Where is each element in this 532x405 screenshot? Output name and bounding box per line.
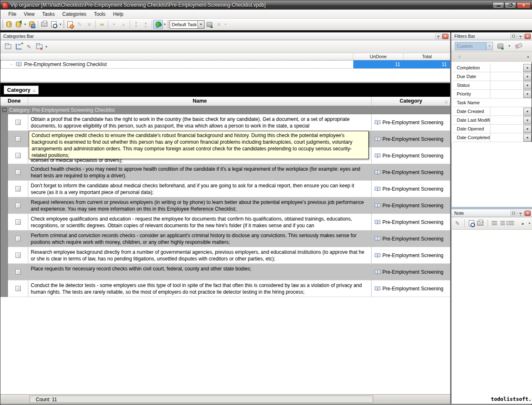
print-button[interactable]: [39, 20, 49, 29]
task-row[interactable]: Don't forget to inform the candidate abo…: [8, 181, 450, 197]
filter-dropdown-button[interactable]: [523, 125, 532, 133]
apply-task-type-button[interactable]: [204, 20, 214, 29]
task-checkbox[interactable]: [15, 169, 21, 175]
close-button[interactable]: x: [517, 2, 531, 8]
task-checkbox[interactable]: [15, 219, 21, 225]
toolbar-overflow-icon[interactable]: [224, 22, 227, 26]
new-task-button[interactable]: [65, 20, 75, 29]
collapse-group-icon[interactable]: [2, 108, 7, 112]
edit-note-button[interactable]: [455, 219, 460, 228]
task-row[interactable]: Place requests for necessary record chec…: [8, 264, 450, 280]
note-print-button[interactable]: [477, 219, 483, 228]
note-restore-button[interactable]: [510, 211, 517, 216]
note-toolbar-dropdown-icon[interactable]: [528, 221, 531, 225]
task-checkbox[interactable]: [15, 186, 21, 191]
clear-filter-button[interactable]: [514, 42, 523, 51]
menu-view[interactable]: View: [20, 10, 38, 18]
categories-toolbar-overflow-icon[interactable]: [44, 45, 48, 49]
filter-value-cell[interactable]: [490, 81, 523, 89]
note-content-area[interactable]: [451, 230, 532, 404]
print-preview-button[interactable]: [49, 20, 59, 29]
categories-name-column-header[interactable]: [0, 53, 353, 60]
task-row[interactable]: Obtain a proof that the candidate has th…: [8, 114, 450, 131]
task-row[interactable]: Check employee qualifications and educat…: [8, 214, 450, 231]
menu-categories[interactable]: Categories: [59, 10, 90, 18]
name-column-header[interactable]: Name: [28, 97, 372, 106]
note-pin-button[interactable]: [517, 211, 524, 216]
view-mode-button[interactable]: [153, 20, 163, 29]
task-checkbox[interactable]: [15, 136, 21, 142]
categories-pin-button[interactable]: [435, 34, 441, 39]
delete-category-button[interactable]: [34, 42, 44, 52]
new-category-button[interactable]: [3, 42, 13, 52]
task-row[interactable]: Conduct health checks - you may need to …: [8, 164, 450, 181]
note-close-button[interactable]: [525, 211, 531, 216]
total-column-header[interactable]: Total: [404, 53, 450, 60]
filter-dropdown-button[interactable]: [523, 90, 532, 98]
category-group-row[interactable]: Category: Pre-Employment Screening Check…: [0, 106, 450, 114]
filter-dropdown-button[interactable]: [523, 116, 532, 124]
filter-value-cell[interactable]: [490, 125, 523, 133]
new-subcategory-button[interactable]: [13, 42, 24, 52]
minimize-button[interactable]: [493, 2, 504, 8]
done-column-header[interactable]: Done: [0, 97, 28, 106]
search-button[interactable]: [97, 20, 106, 29]
filter-value-cell[interactable]: [490, 107, 523, 115]
note-panel-title: Note: [454, 211, 510, 216]
filter-value-cell[interactable]: [490, 133, 523, 142]
note-toolbar-more-button[interactable]: [520, 219, 525, 228]
filter-value-cell[interactable]: [490, 64, 523, 72]
filter-dropdown-button[interactable]: [523, 81, 532, 89]
task-row[interactable]: Request references from current or previ…: [8, 197, 450, 214]
filters-close-button[interactable]: [525, 34, 531, 39]
restore-button[interactable]: [505, 2, 516, 8]
filter-dropdown-button[interactable]: [523, 73, 532, 81]
task-row[interactable]: Research employee background directly fr…: [8, 247, 450, 264]
filter-value-cell[interactable]: [490, 72, 523, 81]
group-by-category-button[interactable]: Category: [4, 86, 39, 94]
menu-help[interactable]: Help: [109, 10, 127, 18]
save-filter-icon: [498, 44, 503, 49]
new-database-button[interactable]: [4, 20, 14, 29]
filter-dropdown-button[interactable]: [523, 134, 532, 142]
open-database-dropdown-icon[interactable]: [23, 22, 27, 26]
filters-overflow-icon[interactable]: [526, 55, 530, 59]
filter-value-cell[interactable]: [490, 90, 523, 98]
filters-restore-button[interactable]: [510, 34, 517, 39]
print-dropdown-icon[interactable]: [59, 22, 62, 26]
menu-file[interactable]: File: [5, 10, 20, 18]
task-type-dropdown-icon[interactable]: [197, 21, 204, 28]
task-row[interactable]: Perform criminal and conviction records …: [8, 231, 450, 247]
category-tree-item[interactable]: ⋯ Pre-Employment Screening Checklist 11 …: [0, 60, 450, 69]
task-checkbox[interactable]: [15, 286, 21, 291]
task-checkbox[interactable]: [15, 203, 21, 208]
save-filter-dropdown-icon[interactable]: [507, 44, 511, 48]
window-title: Vip organizer [M:\Vlad\Checklists\Pre-Em…: [10, 2, 493, 8]
align-right-button[interactable]: [500, 219, 505, 228]
task-checkbox[interactable]: [15, 269, 21, 275]
bullet-list-button[interactable]: [508, 219, 514, 228]
edit-category-button[interactable]: [24, 42, 34, 52]
open-database-button[interactable]: [14, 20, 23, 29]
task-row[interactable]: Conduct the lie detector tests - some em…: [8, 280, 450, 297]
filter-value-cell[interactable]: [490, 116, 523, 124]
align-left-button[interactable]: [492, 219, 497, 228]
filter-dropdown-button[interactable]: [523, 108, 532, 115]
menu-tasks[interactable]: Tasks: [38, 10, 59, 18]
task-checkbox[interactable]: [15, 120, 21, 125]
task-checkbox[interactable]: [15, 236, 21, 241]
view-mode-dropdown-icon[interactable]: [163, 22, 167, 26]
filters-pin-button[interactable]: [517, 34, 524, 39]
task-type-combobox[interactable]: Default Task: [170, 20, 204, 29]
filter-value-cell[interactable]: [490, 98, 532, 107]
note-preview-button[interactable]: [469, 219, 474, 228]
menu-tools[interactable]: Tools: [90, 10, 109, 18]
task-checkbox[interactable]: [15, 253, 21, 258]
category-column-header[interactable]: Category: [372, 97, 450, 106]
categories-close-button[interactable]: [442, 34, 448, 39]
undone-column-header[interactable]: UnDone: [353, 53, 404, 60]
filter-dropdown-button[interactable]: [523, 64, 532, 72]
save-filter-button[interactable]: [495, 42, 505, 51]
task-checkbox[interactable]: [15, 153, 21, 158]
save-database-button[interactable]: [27, 20, 37, 29]
